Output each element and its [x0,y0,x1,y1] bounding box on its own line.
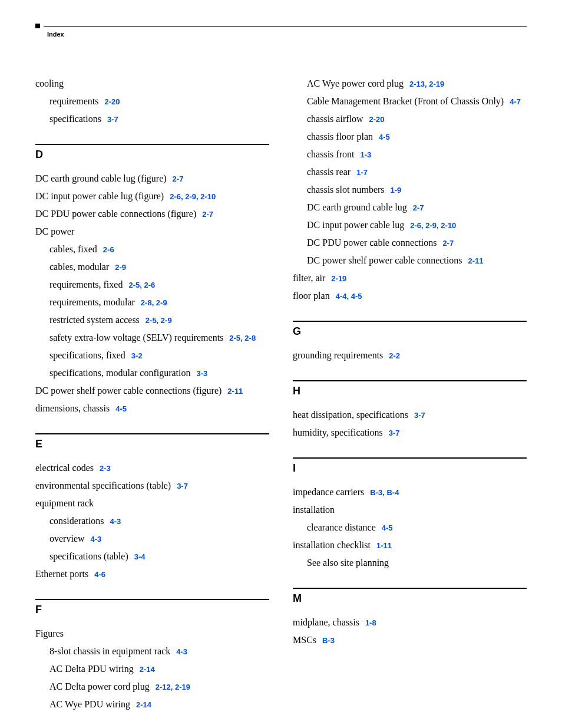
page-ref-link[interactable]: 1-3 [360,150,371,159]
page-ref-link[interactable]: 3-3 [196,369,207,378]
page-ref-link[interactable]: 4-5 [382,523,393,532]
page-ref-link[interactable]: 3-7 [107,115,118,124]
index-entry: grounding requirements2-2 [293,348,527,363]
page-ref-link[interactable]: 2-6, 2-9, 2-10 [410,221,456,230]
index-entry: DC PDU power cable connections (figure)2… [35,207,269,221]
index-entry: DC earth ground cable lug2-7 [307,200,527,215]
index-entry-text: AC Wye PDU wiring [49,699,130,709]
index-entry: DC PDU power cable connections2-7 [307,236,527,250]
page-ref-link[interactable]: B-3, B-4 [370,488,399,497]
page-ref-link[interactable]: 2-12, 2-19 [156,683,190,691]
index-entry: DC power shelf power cable connections (… [35,384,269,398]
page-ref-link[interactable]: 2-20 [105,97,120,106]
page-ref-link[interactable]: 2-5, 2-6 [128,281,155,289]
index-entry: AC Wye PDU wiring2-14 [49,697,269,711]
page-ref-link[interactable]: 4-3 [176,647,187,656]
page-ref-link[interactable]: 3-7 [177,482,188,490]
index-entry: clearance distance4-5 [307,521,527,535]
index-entry-text: AC Delta PDU wiring [49,664,134,674]
section-letter: I [293,462,527,475]
index-entry-text: DC PDU power cable connections (figure) [35,209,196,219]
page-ref-link[interactable]: 1-11 [376,541,392,550]
section-letter: D [35,149,269,161]
left-column: coolingrequirements2-20specifications3-7… [35,73,269,715]
section-letter: M [293,592,527,605]
index-entry-text: specifications [49,114,101,124]
page-ref-link[interactable]: 4-4, 4-5 [336,292,362,301]
page-ref-link[interactable]: 2-11 [227,387,243,396]
index-entry-text: DC power shelf power cable connections (… [35,386,222,396]
page-ref-link[interactable]: 2-8, 2-9 [141,298,167,307]
page-ref-link[interactable]: 2-3 [100,464,111,473]
index-entry-text: impedance carriers [293,487,364,497]
page-ref-link[interactable]: 3-7 [389,429,400,437]
page-ref-link[interactable]: 4-6 [94,570,105,579]
index-entry: See also site planning [307,556,527,570]
page-ref-link[interactable]: 1-7 [356,168,368,177]
index-entry: installation checklist1-11 [293,538,527,552]
index-entry: AC Wye power cord plug2-13, 2-19 [307,77,527,91]
index-entry: cables, fixed2-6 [49,242,269,256]
page-ref-link[interactable]: 4-3 [110,517,121,526]
index-entry-text: overview [49,533,85,543]
index-entry: filter, air2-19 [293,271,527,285]
page-ref-link[interactable]: 2-13, 2-19 [409,80,444,88]
index-entry-text: MSCs [293,635,316,645]
page-ref-link[interactable]: 2-20 [369,115,385,124]
index-entry: equipment rack [35,496,269,510]
page-ref-link[interactable]: B-3 [322,636,335,645]
page-ref-link[interactable]: 2-19 [331,274,346,283]
page-ref-link[interactable]: 3-4 [134,552,146,561]
index-entry-text: grounding requirements [293,350,383,360]
section-letter: H [293,385,527,397]
page-ref-link[interactable]: 2-11 [468,256,483,265]
index-entry-text: DC input power cable lug (figure) [35,191,164,201]
index-entry: environmental specifications (table)3-7 [35,479,269,493]
page-ref-link[interactable]: 2-7 [413,203,424,212]
index-entry: dimensions, chassis4-5 [35,401,269,416]
section-rule [293,380,527,381]
page-ref-link[interactable]: 2-14 [140,665,155,674]
index-entry: DC earth ground cable lug (figure)2-7 [35,172,269,186]
index-entry-text: requirements [49,96,99,106]
index-entry: installation [293,503,527,517]
page-ref-link[interactable]: 2-5, 2-9 [146,316,172,325]
page-ref-link[interactable]: 4-7 [510,97,521,106]
page-ref-link[interactable]: 2-6, 2-9, 2-10 [170,192,216,201]
index-entry: specifications, fixed3-2 [49,348,269,363]
page-ref-link[interactable]: 2-7 [173,174,184,183]
page-ref-link[interactable]: 2-6 [103,245,114,254]
page-ref-link[interactable]: 4-3 [91,535,102,543]
page-ref-link[interactable]: 2-7 [442,239,454,248]
index-entry: heat dissipation, specifications3-7 [293,408,527,422]
page-ref-link[interactable]: 1-8 [365,618,376,627]
section-rule [35,599,269,600]
page-ref-link[interactable]: 4-5 [115,404,127,413]
index-entry-text: AC Delta power cord plug [49,681,150,691]
index-entry-text: floor plan [293,291,330,301]
index-entry: chassis floor plan4-5 [307,130,527,144]
index-entry: cooling [35,77,269,91]
index-entry-text: midplane, chassis [293,617,359,627]
page-ref-link[interactable]: 2-5, 2-8 [229,334,256,342]
page-ref-link[interactable]: 2-14 [136,700,151,709]
index-entry-text: DC earth ground cable lug [307,202,407,212]
page-ref-link[interactable]: 2-9 [115,263,126,272]
index-entry-text: electrical codes [35,463,94,473]
section-letter: F [35,604,269,616]
page-ref-link[interactable]: 1-9 [391,186,402,195]
header-square-icon [35,24,40,28]
page-ref-link[interactable]: 4-5 [379,133,390,141]
page-ref-link[interactable]: 2-2 [389,351,400,360]
index-entry: safety extra-low voltage (SELV) requirem… [49,331,269,345]
index-entry: requirements, fixed2-5, 2-6 [49,278,269,292]
index-entry: Figures [35,627,269,641]
index-entry-text: considerations [49,516,104,526]
index-entry: specifications (table)3-4 [49,549,269,564]
index-entry-text: DC PDU power cable connections [307,238,437,248]
index-entry-text: cables, modular [49,262,109,272]
page-ref-link[interactable]: 3-2 [131,351,143,360]
page-ref-link[interactable]: 3-7 [414,411,425,420]
header-line [44,26,527,27]
page-ref-link[interactable]: 2-7 [202,210,213,219]
